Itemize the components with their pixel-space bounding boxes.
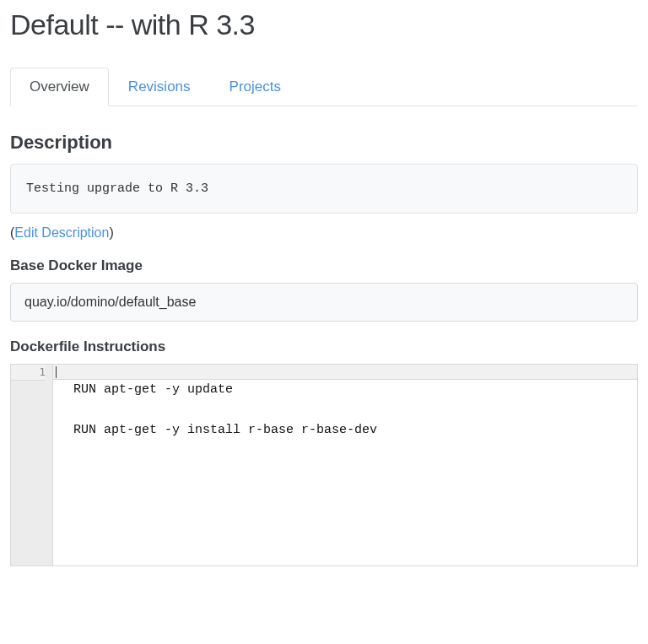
tabs: Overview Revisions Projects [10, 67, 638, 106]
tab-overview[interactable]: Overview [10, 68, 109, 106]
dockerfile-code: RUN apt-get -y update RUN apt-get -y ins… [73, 380, 637, 441]
tab-revisions[interactable]: Revisions [109, 68, 210, 106]
editor-content[interactable]: RUN apt-get -y update RUN apt-get -y ins… [53, 365, 637, 566]
tab-projects[interactable]: Projects [210, 68, 300, 106]
description-heading: Description [10, 132, 638, 154]
base-image-label: Base Docker Image [10, 257, 638, 274]
page-title: Default -- with R 3.3 [10, 8, 638, 41]
editor-highlight-line [53, 365, 637, 380]
edit-description-wrap: (Edit Description) [10, 225, 638, 241]
dockerfile-label: Dockerfile Instructions [10, 338, 638, 355]
dockerfile-editor[interactable]: 1 RUN apt-get -y update RUN apt-get -y i… [10, 364, 638, 566]
editor-cursor [56, 366, 57, 378]
editor-gutter: 1 [11, 365, 53, 566]
base-image-input[interactable] [10, 283, 638, 322]
description-box: Testing upgrade to R 3.3 [10, 164, 638, 214]
edit-description-link[interactable]: Edit Description [14, 225, 109, 240]
line-number: 1 [11, 365, 46, 381]
